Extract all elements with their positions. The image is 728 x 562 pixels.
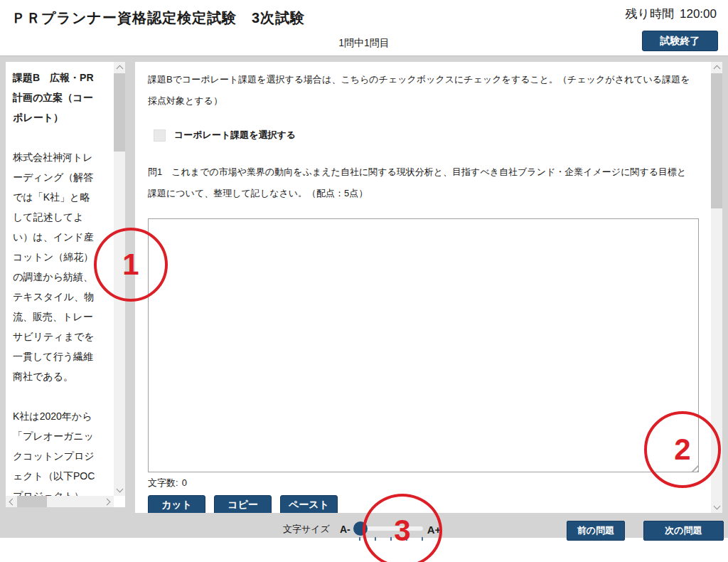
scroll-down-icon[interactable] — [711, 502, 722, 513]
answer-panel: 課題Bでコーポレート課題を選択する場合は、こちらのチェックボックスにチェックをす… — [135, 62, 722, 513]
scroll-right-icon[interactable] — [102, 496, 114, 507]
answer-panel-content: 課題Bでコーポレート課題を選択する場合は、こちらのチェックボックスにチェックをす… — [148, 69, 697, 513]
font-size-control: 文字サイズ A- A+ — [283, 520, 441, 539]
answer-area — [148, 218, 699, 472]
answer-textarea[interactable] — [148, 218, 699, 472]
corporate-checkbox-row: コーポレート課題を選択する — [154, 129, 697, 142]
sidebar-vertical-scrollbar[interactable] — [114, 62, 125, 496]
paste-button[interactable]: ペースト — [280, 495, 338, 513]
font-size-increase[interactable]: A+ — [427, 524, 441, 536]
problem-heading: 課題B 広報・PR計画の立案（コーポレート） — [13, 68, 98, 127]
remaining-time-value: 120:00 — [680, 7, 717, 21]
remaining-time-label: 残り時間 — [626, 7, 674, 21]
scroll-left-icon[interactable] — [6, 496, 17, 507]
problem-text: 課題B 広報・PR計画の立案（コーポレート） 株式会社神河トレーディング（解答で… — [13, 68, 98, 507]
cut-button[interactable]: カット — [148, 495, 205, 513]
slider-tick — [375, 537, 376, 541]
font-size-decrease[interactable]: A- — [340, 524, 350, 535]
problem-paragraph: K社は2020年から「プレオーガニックコットンプロジェクト（以下POCプロジェク… — [13, 406, 98, 507]
font-size-label: 文字サイズ — [283, 523, 330, 536]
page-title: ＰＲプランナー資格認定検定試験 3次試験 — [11, 9, 305, 28]
slider-tick — [359, 537, 360, 541]
slider-tick — [406, 537, 407, 541]
font-size-slider-knob[interactable] — [353, 521, 368, 536]
edit-buttons: カット コピー ペースト — [148, 495, 697, 513]
finish-exam-button[interactable]: 試験終了 — [642, 31, 718, 51]
question-progress: 1問中1問目 — [0, 37, 728, 50]
char-count-value: 0 — [182, 477, 187, 488]
sidebar-hscroll-thumb[interactable] — [17, 496, 47, 507]
char-count-label: 文字数: — [148, 477, 178, 488]
problem-paragraph: 株式会社神河トレーディング（解答では「K社」と略して記述してよい）は、インド産コ… — [13, 147, 98, 386]
remaining-time: 残り時間120:00 — [626, 6, 717, 22]
sidebar-vscroll-thumb[interactable] — [114, 73, 125, 152]
scroll-up-icon[interactable] — [114, 62, 125, 73]
char-count: 文字数:0 — [148, 477, 697, 489]
scroll-down-icon[interactable] — [114, 484, 125, 496]
slider-tick — [422, 537, 423, 541]
main-vertical-scrollbar[interactable] — [711, 62, 722, 513]
header: ＰＲプランナー資格認定検定試験 3次試験 1問中1問目 残り時間120:00 試… — [0, 0, 728, 55]
question-text: 問1 これまでの市場や業界の動向をふまえた自社に関する現状分析と、目指すべき自社… — [148, 161, 692, 204]
slider-tick — [390, 537, 392, 541]
next-question-button[interactable]: 次の問題 — [643, 521, 724, 541]
previous-question-button[interactable]: 前の問題 — [567, 521, 625, 541]
content-container: 課題B 広報・PR計画の立案（コーポレート） 株式会社神河トレーディング（解答で… — [0, 55, 728, 538]
copy-button[interactable]: コピー — [214, 495, 272, 513]
problem-sidebar: 課題B 広報・PR計画の立案（コーポレート） 株式会社神河トレーディング（解答で… — [6, 62, 125, 507]
sidebar-horizontal-scrollbar[interactable] — [6, 496, 114, 507]
main-vscroll-thumb[interactable] — [711, 73, 722, 208]
corporate-task-checkbox[interactable] — [154, 129, 166, 142]
font-size-slider[interactable] — [353, 520, 424, 539]
checkbox-instruction: 課題Bでコーポレート課題を選択する場合は、こちらのチェックボックスにチェックをす… — [148, 69, 692, 112]
corporate-checkbox-label: コーポレート課題を選択する — [174, 129, 296, 142]
scroll-up-icon[interactable] — [711, 62, 722, 73]
exam-page: ＰＲプランナー資格認定検定試験 3次試験 1問中1問目 残り時間120:00 試… — [0, 0, 728, 562]
